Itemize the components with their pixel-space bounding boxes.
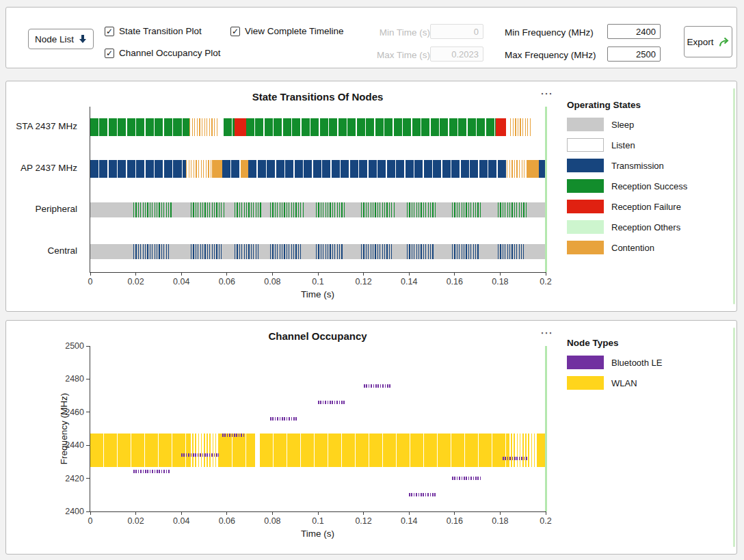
x-tick-label: 0.06 [219,277,235,286]
export-label: Export [687,37,713,47]
x-tick-label: 0.1 [312,277,323,286]
legend-swatch [567,220,604,234]
export-button[interactable]: Export [684,26,732,57]
bluetooth-le-hop [133,470,170,473]
x-tick-label: 0.14 [401,516,417,526]
min-frequency-input[interactable] [607,24,661,39]
state-segment-listen [506,118,511,136]
node-list-label: Node List [35,34,74,44]
node-list-button[interactable]: Node List [28,29,94,49]
state-segment-rx-success-blocks [246,118,496,136]
legend-label: Reception Success [611,181,687,191]
state-segment-ble-blue [316,244,343,259]
state-segment-ble-green [133,202,172,217]
state-segment-ble-green [191,202,225,217]
checkbox-box: ✓ [230,27,240,36]
bluetooth-le-hop [452,477,481,480]
state-segment-contention [212,160,222,178]
check-icon: ✓ [232,27,239,36]
state-segment-ble-blue [452,244,479,259]
legend-label: Reception Others [611,222,680,232]
x-tick-label: 0.04 [173,277,189,286]
x-tick-label: 0 [88,277,93,286]
state-segment-ble-blue [133,244,170,259]
y-tick-mark [86,478,90,479]
checkbox-channel-occupancy-plot[interactable]: ✓ Channel Occupancy Plot [105,48,221,58]
min-time-input[interactable] [430,24,483,39]
checkbox-view-complete-timeline[interactable]: ✓ View Complete Timeline [230,26,344,36]
state-segment-ble-green [316,202,345,217]
state-segment-ble-green [270,202,304,217]
legend-swatch [567,159,604,172]
x-tick-mark [318,511,319,515]
state-segment-rx-success-blocks [90,118,189,136]
y-tick-mark [86,379,90,379]
state-segment-ble-blue [498,244,524,259]
legend-item: Reception Failure [567,200,735,213]
legend-item: Bluetooth LE [567,356,735,369]
legend-item: Reception Others [567,220,735,234]
state-segment-contention-striped [186,160,212,178]
state-segment-rx-failure [496,118,506,136]
x-tick-mark [546,511,546,515]
max-time-input[interactable] [430,46,483,62]
state-segment-ble-blue [270,244,302,259]
state-segment-ble-blue [235,244,258,259]
legend-item: WLAN [567,376,735,390]
x-tick-label: 0.12 [355,516,371,526]
x-tick-mark [90,511,91,515]
legend-item: Listen [567,138,735,152]
x-tick-label: 0.08 [264,516,280,526]
state-x-axis-title: Time (s) [90,289,546,299]
wlan-occupancy-segment [508,434,537,466]
legend-title: Node Types [567,338,735,348]
state-segment-ble-green [452,202,481,217]
checkbox-state-transition-plot[interactable]: ✓ State Transition Plot [105,26,202,36]
state-chart-menu-button[interactable]: ⋯ [534,84,559,103]
legend-item: Contention [567,241,735,254]
y-tick-label: 2420 [65,474,84,483]
x-tick-label: 0.04 [173,516,189,526]
x-tick-mark [226,272,227,276]
state-segment-contention [527,160,539,178]
panel-edge-highlight [733,88,735,304]
legend-title: Operating States [567,100,735,110]
x-tick-label: 0.16 [447,516,463,526]
x-tick-mark [454,511,455,515]
y-tick-label: 2480 [65,374,84,384]
state-segment-contention [241,160,249,178]
legend-item: Reception Success [567,179,735,193]
x-tick-label: 0.08 [264,277,280,286]
occupancy-chart-title: Channel Occupancy [90,330,546,342]
y-tick-label: 2500 [65,341,84,351]
state-segment-ble-blue [191,244,223,259]
y-tick-label: 2460 [65,408,84,417]
x-tick-mark [226,511,227,515]
state-segment-tx-blocks [248,160,507,178]
bluetooth-le-hop [503,457,528,460]
wlan-occupancy-segment [219,434,255,466]
bluetooth-le-hop [318,401,345,404]
bluetooth-le-hop [222,434,245,437]
state-segment-ble-green [407,202,436,217]
x-tick-label: 0.18 [492,277,508,286]
time-cursor [545,346,547,511]
channel-occupancy-panel: Channel Occupancy ⋯ Frequency (MHz) 2400… [5,320,737,555]
state-segment-tx-blocks [90,160,186,178]
max-time-label: Max Time (s) [348,50,430,60]
x-tick-mark [318,272,319,276]
x-tick-mark [272,272,273,276]
x-tick-label: 0.1 [312,516,323,526]
x-tick-label: 0.18 [492,516,508,526]
max-frequency-input[interactable] [607,46,661,62]
y-axis-label: Central [6,245,77,256]
state-segment-ble-green [235,202,261,217]
occupancy-chart-menu-button[interactable]: ⋯ [534,323,559,343]
state-transition-panel: State Transitions Of Nodes ⋯ STA 2437 MH… [5,81,737,312]
x-tick-label: 0.06 [219,516,235,526]
wlan-occupancy-segment [189,434,219,466]
x-tick-mark [546,272,546,276]
bluetooth-le-hop [181,453,219,457]
x-tick-label: 0.02 [127,516,144,526]
legend-operating-states: Operating States SleepListenTransmission… [567,100,735,261]
